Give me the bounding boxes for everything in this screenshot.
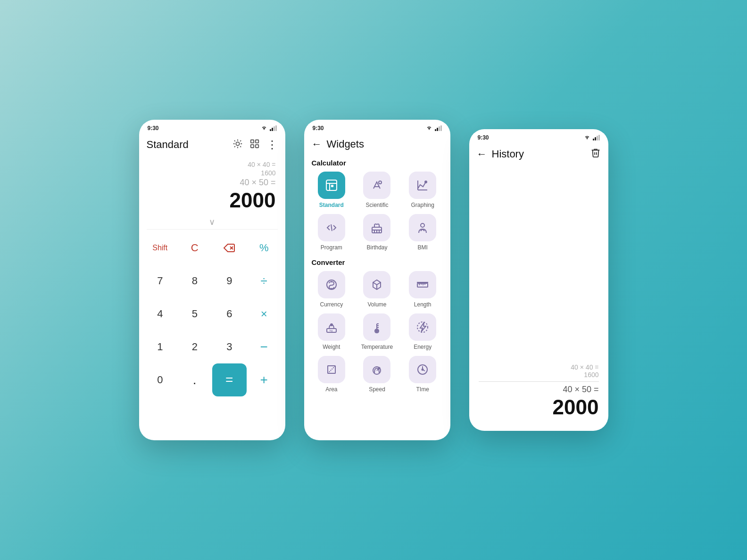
widget-standard[interactable]: Standard: [312, 172, 352, 208]
dot-key[interactable]: .: [177, 363, 212, 396]
app-header: Standard ⋮: [139, 134, 285, 156]
svg-rect-55: [328, 366, 335, 373]
time-label: 9:30: [148, 125, 159, 132]
calculator-phone: 9:30 Standard ⋮ 40: [139, 120, 285, 440]
key-4[interactable]: 4: [143, 297, 178, 330]
key-3[interactable]: 3: [212, 330, 247, 363]
history-title: History: [492, 148, 524, 160]
status-bar-2: 9:30: [304, 120, 450, 134]
widget-energy[interactable]: Energy: [403, 313, 443, 350]
energy-label: Energy: [414, 344, 432, 350]
temperature-icon-box: [363, 313, 390, 341]
minus-key[interactable]: −: [247, 330, 282, 363]
header-icons-group: ⋮: [232, 138, 278, 151]
svg-point-24: [425, 181, 427, 183]
svg-point-21: [379, 181, 382, 184]
svg-point-52: [375, 329, 378, 332]
svg-line-5: [240, 146, 241, 147]
widget-speed[interactable]: Speed: [357, 356, 397, 393]
history-prev-expr: 40 × 40 =: [479, 363, 599, 371]
area-icon-box: [318, 356, 345, 383]
time-icon-box: [409, 356, 436, 383]
key-0[interactable]: 0: [143, 363, 178, 396]
history-delete-button[interactable]: [590, 148, 601, 160]
widget-area[interactable]: Area: [312, 356, 352, 393]
widget-volume[interactable]: Volume: [357, 271, 397, 308]
key-7[interactable]: 7: [143, 264, 178, 297]
history-prev-result: 1600: [479, 371, 599, 379]
widget-birthday[interactable]: Birthday: [357, 214, 397, 251]
key-6[interactable]: 6: [212, 297, 247, 330]
percent-key[interactable]: %: [247, 231, 282, 264]
grid-icon[interactable]: [249, 139, 260, 151]
widget-graphing[interactable]: Graphing: [403, 172, 443, 208]
clear-key[interactable]: C: [177, 231, 212, 264]
divide-key[interactable]: ÷: [247, 264, 282, 297]
area-label: Area: [325, 386, 337, 393]
key-1[interactable]: 1: [143, 330, 178, 363]
multiply-key[interactable]: ×: [247, 297, 282, 330]
svg-rect-20: [331, 185, 333, 187]
calc-result: 2000: [149, 189, 276, 212]
key-2[interactable]: 2: [177, 330, 212, 363]
history-back-button[interactable]: ←: [477, 148, 487, 160]
standard-label: Standard: [319, 202, 344, 208]
key-5[interactable]: 5: [177, 297, 212, 330]
currency-label: Currency: [320, 301, 343, 308]
svg-line-9: [240, 140, 241, 141]
widget-program[interactable]: Program: [312, 214, 352, 251]
temperature-label: Temperature: [361, 344, 393, 350]
history-divider: [479, 381, 599, 382]
brightness-icon[interactable]: [232, 139, 243, 151]
plus-key[interactable]: +: [247, 363, 282, 396]
status-icons: [260, 124, 277, 132]
program-icon-box: [318, 214, 345, 241]
widget-scientific[interactable]: Scientific: [357, 172, 397, 208]
svg-text:kg: kg: [330, 329, 332, 332]
signal-icon-3: [593, 135, 600, 140]
key-9[interactable]: 9: [212, 264, 247, 297]
time-label-2: 9:30: [313, 125, 324, 132]
converter-widget-grid: Currency Volume: [304, 269, 450, 396]
widget-time[interactable]: TIme: [403, 356, 443, 393]
length-label: Length: [414, 301, 432, 308]
time-label-3: 9:30: [478, 134, 489, 141]
widget-length[interactable]: Length: [403, 271, 443, 308]
app-title: Standard: [147, 139, 189, 151]
svg-point-16: [429, 129, 430, 130]
status-bar-3: 9:30: [469, 129, 608, 144]
bmi-label: BMI: [417, 244, 427, 251]
backspace-key[interactable]: [212, 231, 247, 264]
widget-bmi[interactable]: BMI: [403, 214, 443, 251]
widget-currency[interactable]: Currency: [312, 271, 352, 308]
signal-icon: [270, 125, 277, 131]
back-button[interactable]: ←: [312, 138, 322, 150]
calc-current-expr: 40 × 50 =: [149, 178, 276, 188]
calc-display: 40 × 40 = 1600 40 × 50 = 2000: [139, 156, 285, 216]
calc-divider: [147, 229, 278, 230]
wifi-icon-2: [425, 124, 433, 132]
chevron-down-icon[interactable]: ∨: [139, 216, 285, 229]
birthday-label: Birthday: [366, 244, 387, 251]
calc-prev-result: 1600: [149, 169, 276, 177]
equals-key[interactable]: =: [212, 363, 247, 396]
widget-temperature[interactable]: Temperature: [357, 313, 397, 350]
scientific-label: Scientific: [365, 202, 388, 208]
svg-rect-13: [255, 144, 258, 147]
currency-icon-box: [318, 271, 345, 298]
more-icon[interactable]: ⋮: [266, 138, 278, 151]
speed-icon-box: [363, 356, 390, 383]
widget-weight[interactable]: kg Weight: [312, 313, 352, 350]
volume-label: Volume: [367, 301, 386, 308]
history-entries: 40 × 40 = 1600 40 × 50 = 2000: [469, 359, 608, 428]
svg-rect-54: [328, 366, 335, 373]
shift-key[interactable]: Shift: [143, 231, 178, 264]
graphing-label: Graphing: [411, 202, 434, 208]
calculator-widget-grid: Standard Scientific: [304, 170, 450, 255]
keypad: Shift C % 7 8 9 ÷ 4 5 6 × 1 2 3 − 0: [139, 231, 285, 400]
calculator-body: Standard ⋮ 40 × 40 = 1600 40 × 50 = 2000…: [139, 134, 285, 438]
wifi-icon-3: [583, 134, 591, 141]
key-8[interactable]: 8: [177, 264, 212, 297]
svg-line-8: [234, 146, 235, 147]
calc-prev-line: 40 × 40 =: [149, 161, 276, 168]
